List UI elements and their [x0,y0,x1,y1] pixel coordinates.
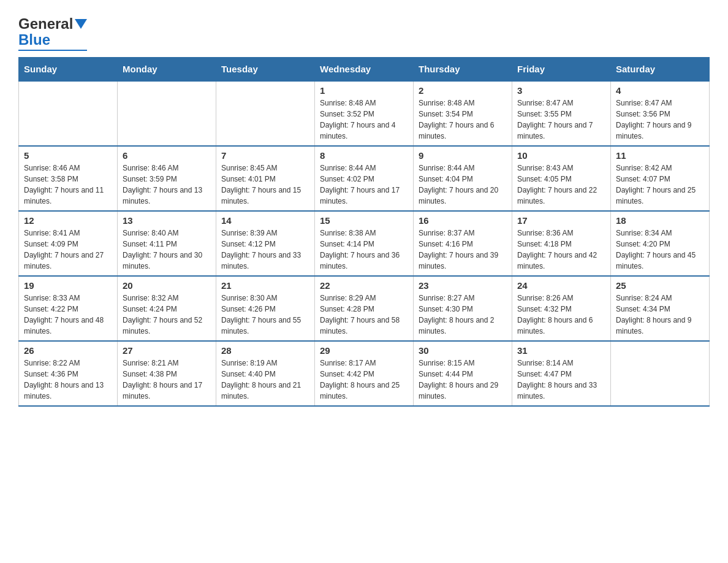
day-number: 11 [616,150,704,161]
day-info: Sunrise: 8:34 AM Sunset: 4:20 PM Dayligh… [616,228,704,272]
calendar-week-row: 26Sunrise: 8:22 AM Sunset: 4:36 PM Dayli… [19,341,710,406]
calendar-cell: 11Sunrise: 8:42 AM Sunset: 4:07 PM Dayli… [611,146,710,211]
day-info: Sunrise: 8:33 AM Sunset: 4:22 PM Dayligh… [24,293,112,337]
day-number: 3 [517,85,605,96]
day-number: 14 [221,215,309,226]
day-number: 23 [419,280,507,291]
logo-underline [18,50,87,51]
logo-general-part: General [18,15,73,33]
calendar-cell: 5Sunrise: 8:46 AM Sunset: 3:58 PM Daylig… [19,146,118,211]
weekday-header-row: SundayMondayTuesdayWednesdayThursdayFrid… [19,58,710,82]
day-info: Sunrise: 8:44 AM Sunset: 4:04 PM Dayligh… [419,163,507,207]
calendar-cell: 12Sunrise: 8:41 AM Sunset: 4:09 PM Dayli… [19,211,118,276]
calendar-cell: 1Sunrise: 8:48 AM Sunset: 3:52 PM Daylig… [315,81,414,146]
day-number: 25 [616,280,704,291]
day-number: 17 [517,215,605,226]
calendar-cell: 17Sunrise: 8:36 AM Sunset: 4:18 PM Dayli… [512,211,611,276]
weekday-header-wednesday: Wednesday [315,58,414,82]
calendar-cell: 26Sunrise: 8:22 AM Sunset: 4:36 PM Dayli… [19,341,118,406]
day-number: 13 [123,215,211,226]
weekday-header-saturday: Saturday [611,58,710,82]
calendar-cell: 22Sunrise: 8:29 AM Sunset: 4:28 PM Dayli… [315,276,414,341]
day-info: Sunrise: 8:44 AM Sunset: 4:02 PM Dayligh… [320,163,408,207]
day-number: 9 [419,150,507,161]
calendar-cell: 21Sunrise: 8:30 AM Sunset: 4:26 PM Dayli… [216,276,315,341]
day-number: 15 [320,215,408,226]
calendar-table: SundayMondayTuesdayWednesdayThursdayFrid… [18,57,710,407]
calendar-cell: 23Sunrise: 8:27 AM Sunset: 4:30 PM Dayli… [414,276,512,341]
day-number: 16 [419,215,507,226]
day-info: Sunrise: 8:21 AM Sunset: 4:38 PM Dayligh… [123,358,211,402]
calendar-cell [118,81,216,146]
day-info: Sunrise: 8:48 AM Sunset: 3:52 PM Dayligh… [320,98,408,142]
calendar-cell: 15Sunrise: 8:38 AM Sunset: 4:14 PM Dayli… [315,211,414,276]
day-info: Sunrise: 8:46 AM Sunset: 3:58 PM Dayligh… [24,163,112,207]
calendar-cell: 20Sunrise: 8:32 AM Sunset: 4:24 PM Dayli… [118,276,216,341]
day-info: Sunrise: 8:43 AM Sunset: 4:05 PM Dayligh… [517,163,605,207]
calendar-week-row: 1Sunrise: 8:48 AM Sunset: 3:52 PM Daylig… [19,81,710,146]
logo-row2: Blue [18,31,50,48]
day-number: 7 [221,150,309,161]
calendar-cell: 10Sunrise: 8:43 AM Sunset: 4:05 PM Dayli… [512,146,611,211]
calendar-cell: 6Sunrise: 8:46 AM Sunset: 3:59 PM Daylig… [118,146,216,211]
day-number: 1 [320,85,408,96]
calendar-cell: 9Sunrise: 8:44 AM Sunset: 4:04 PM Daylig… [414,146,512,211]
day-info: Sunrise: 8:45 AM Sunset: 4:01 PM Dayligh… [221,163,309,207]
calendar-week-row: 19Sunrise: 8:33 AM Sunset: 4:22 PM Dayli… [19,276,710,341]
calendar-cell [611,341,710,406]
day-number: 12 [24,215,112,226]
calendar-cell: 8Sunrise: 8:44 AM Sunset: 4:02 PM Daylig… [315,146,414,211]
calendar-cell: 14Sunrise: 8:39 AM Sunset: 4:12 PM Dayli… [216,211,315,276]
logo-blue-part: Blue [18,31,50,48]
weekday-header-tuesday: Tuesday [216,58,315,82]
day-info: Sunrise: 8:37 AM Sunset: 4:16 PM Dayligh… [419,228,507,272]
weekday-header-sunday: Sunday [19,58,118,82]
day-info: Sunrise: 8:14 AM Sunset: 4:47 PM Dayligh… [517,358,605,402]
day-info: Sunrise: 8:17 AM Sunset: 4:42 PM Dayligh… [320,358,408,402]
day-info: Sunrise: 8:19 AM Sunset: 4:40 PM Dayligh… [221,358,309,402]
calendar-cell: 25Sunrise: 8:24 AM Sunset: 4:34 PM Dayli… [611,276,710,341]
day-info: Sunrise: 8:48 AM Sunset: 3:54 PM Dayligh… [419,98,507,142]
calendar-week-row: 12Sunrise: 8:41 AM Sunset: 4:09 PM Dayli… [19,211,710,276]
calendar-cell: 3Sunrise: 8:47 AM Sunset: 3:55 PM Daylig… [512,81,611,146]
day-info: Sunrise: 8:38 AM Sunset: 4:14 PM Dayligh… [320,228,408,272]
day-info: Sunrise: 8:15 AM Sunset: 4:44 PM Dayligh… [419,358,507,402]
day-info: Sunrise: 8:30 AM Sunset: 4:26 PM Dayligh… [221,293,309,337]
day-number: 2 [419,85,507,96]
day-info: Sunrise: 8:26 AM Sunset: 4:32 PM Dayligh… [517,293,605,337]
calendar-cell [19,81,118,146]
day-number: 29 [320,345,408,356]
day-number: 6 [123,150,211,161]
day-info: Sunrise: 8:39 AM Sunset: 4:12 PM Dayligh… [221,228,309,272]
calendar-week-row: 5Sunrise: 8:46 AM Sunset: 3:58 PM Daylig… [19,146,710,211]
day-number: 18 [616,215,704,226]
calendar-cell [216,81,315,146]
day-info: Sunrise: 8:24 AM Sunset: 4:34 PM Dayligh… [616,293,704,337]
day-number: 4 [616,85,704,96]
calendar-cell: 7Sunrise: 8:45 AM Sunset: 4:01 PM Daylig… [216,146,315,211]
day-number: 21 [221,280,309,291]
day-number: 27 [123,345,211,356]
logo: General Blue [18,12,87,51]
calendar-cell: 31Sunrise: 8:14 AM Sunset: 4:47 PM Dayli… [512,341,611,406]
weekday-header-monday: Monday [118,58,216,82]
day-info: Sunrise: 8:29 AM Sunset: 4:28 PM Dayligh… [320,293,408,337]
day-number: 31 [517,345,605,356]
day-number: 10 [517,150,605,161]
calendar-cell: 2Sunrise: 8:48 AM Sunset: 3:54 PM Daylig… [414,81,512,146]
day-number: 22 [320,280,408,291]
calendar-cell: 13Sunrise: 8:40 AM Sunset: 4:11 PM Dayli… [118,211,216,276]
day-number: 8 [320,150,408,161]
day-info: Sunrise: 8:22 AM Sunset: 4:36 PM Dayligh… [24,358,112,402]
day-info: Sunrise: 8:47 AM Sunset: 3:56 PM Dayligh… [616,98,704,142]
day-number: 24 [517,280,605,291]
calendar-cell: 28Sunrise: 8:19 AM Sunset: 4:40 PM Dayli… [216,341,315,406]
day-number: 5 [24,150,112,161]
day-info: Sunrise: 8:27 AM Sunset: 4:30 PM Dayligh… [419,293,507,337]
day-info: Sunrise: 8:36 AM Sunset: 4:18 PM Dayligh… [517,228,605,272]
day-info: Sunrise: 8:40 AM Sunset: 4:11 PM Dayligh… [123,228,211,272]
day-number: 19 [24,280,112,291]
day-number: 20 [123,280,211,291]
day-number: 26 [24,345,112,356]
weekday-header-friday: Friday [512,58,611,82]
